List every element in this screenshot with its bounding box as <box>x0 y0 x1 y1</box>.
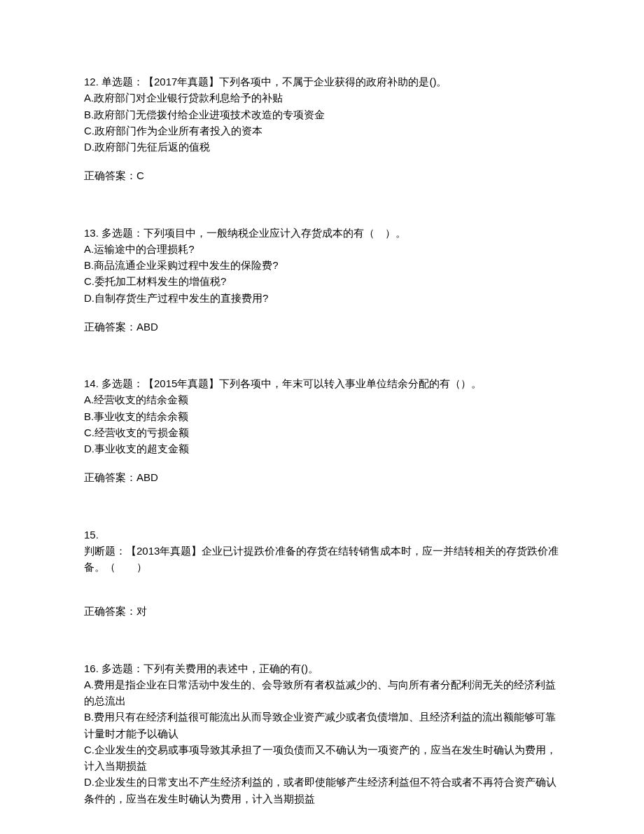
option-d: D.政府部门先征后返的值税 <box>84 139 560 155</box>
question-number: 12. <box>84 76 99 88</box>
answer-label: 正确答案： <box>84 605 136 617</box>
question-number: 16. <box>84 662 99 674</box>
answer-line: 正确答案：ABD <box>84 319 560 335</box>
question-number: 14. <box>84 377 99 389</box>
option-b: B.政府部门无偿拨付给企业进项技术改造的专项资金 <box>84 106 560 123</box>
option-a: A.政府部门对企业银行贷款利息给予的补贴 <box>84 90 560 106</box>
answer-value: 对 <box>136 605 147 617</box>
answer-line: 正确答案：ABD <box>84 469 560 485</box>
option-a: A.费用是指企业在日常活动中发生的、会导致所有者权益减少的、与向所有者分配利润无… <box>84 676 560 709</box>
answer-value: ABD <box>136 321 158 333</box>
answer-line: 正确答案：C <box>84 167 560 183</box>
option-b: B.费用只有在经济利益很可能流出从而导致企业资产减少或者负债增加、且经济利益的流… <box>84 709 560 742</box>
question-type: 多选题： <box>102 377 144 389</box>
question-stem: 14. 多选题：【2015年真题】下列各项中，年末可以转入事业单位结余分配的有（… <box>84 375 560 391</box>
answer-label: 正确答案： <box>84 471 136 483</box>
question-text: 下列有关费用的表述中，正确的有()。 <box>144 662 318 674</box>
answer-value: C <box>136 169 144 181</box>
question-type: 多选题： <box>102 227 144 239</box>
answer-label: 正确答案： <box>84 169 136 181</box>
question-14: 14. 多选题：【2015年真题】下列各项中，年末可以转入事业单位结余分配的有（… <box>84 375 560 486</box>
question-number-line: 15. <box>84 527 560 543</box>
answer-value: ABD <box>136 471 158 483</box>
answer-line: 正确答案：对 <box>84 603 560 619</box>
question-stem: 13. 多选题：下列项目中，一般纳税企业应计入存货成本的有（ ）。 <box>84 225 560 241</box>
question-stem: 判断题：【2013年真题】企业已计提跌价准备的存货在结转销售成本时，应一并结转相… <box>84 543 560 576</box>
option-c: C.企业发生的交易或事项导致其承担了一项负债而又不确认为一项资产的，应当在发生时… <box>84 742 560 774</box>
question-text: 【2017年真题】下列各项中，不属于企业获得的政府补助的是()。 <box>144 76 447 88</box>
option-c: C.经营收支的亏损金额 <box>84 424 560 440</box>
question-13: 13. 多选题：下列项目中，一般纳税企业应计入存货成本的有（ ）。 A.运输途中… <box>84 225 560 335</box>
question-number: 13. <box>84 227 99 239</box>
question-stem: 16. 多选题：下列有关费用的表述中，正确的有()。 <box>84 660 560 676</box>
option-c: C.委托加工材料发生的增值税? <box>84 273 560 289</box>
answer-label: 正确答案： <box>84 321 136 333</box>
option-d: D.自制存货生产过程中发生的直接费用? <box>84 290 560 306</box>
question-16: 16. 多选题：下列有关费用的表述中，正确的有()。 A.费用是指企业在日常活动… <box>84 660 560 807</box>
option-c: C.政府部门作为企业所有者投入的资本 <box>84 123 560 139</box>
option-a: A.经营收支的结余金额 <box>84 391 560 408</box>
question-12: 12. 单选题：【2017年真题】下列各项中，不属于企业获得的政府补助的是()。… <box>84 74 560 184</box>
option-d: D.企业发生的日常支出不产生经济利益的，或者即使能够产生经济利益但不符合或者不再… <box>84 774 560 807</box>
document-page: 12. 单选题：【2017年真题】下列各项中，不属于企业获得的政府补助的是()。… <box>0 0 644 834</box>
option-b: B.事业收支的结余余额 <box>84 408 560 424</box>
question-text: 下列项目中，一般纳税企业应计入存货成本的有（ ）。 <box>144 227 406 239</box>
option-a: A.运输途中的合理损耗? <box>84 241 560 257</box>
question-type: 判断题： <box>84 545 126 557</box>
question-type: 多选题： <box>102 662 144 674</box>
option-d: D.事业收支的超支金额 <box>84 440 560 457</box>
question-text: 【2013年真题】企业已计提跌价准备的存货在结转销售成本时，应一并结转相关的存货… <box>84 545 559 573</box>
question-text: 【2015年真题】下列各项中，年末可以转入事业单位结余分配的有（）。 <box>144 377 482 389</box>
question-15: 15. 判断题：【2013年真题】企业已计提跌价准备的存货在结转销售成本时，应一… <box>84 527 560 620</box>
question-type: 单选题： <box>102 76 144 88</box>
option-b: B.商品流通企业采购过程中发生的保险费? <box>84 257 560 273</box>
question-stem: 12. 单选题：【2017年真题】下列各项中，不属于企业获得的政府补助的是()。 <box>84 74 560 90</box>
